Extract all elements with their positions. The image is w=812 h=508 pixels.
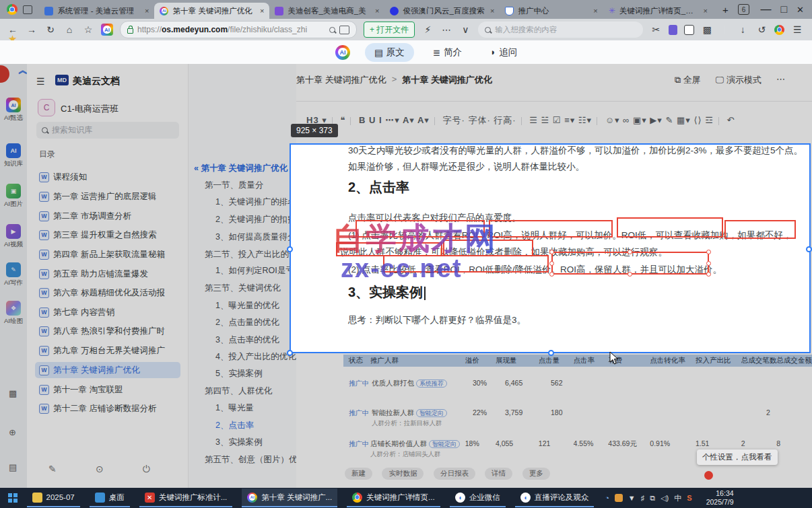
downloads-icon[interactable]: ↓ (737, 24, 749, 35)
annotation-handle[interactable] (706, 261, 711, 266)
search-hint: 输入想搜索的内容 (495, 25, 557, 35)
reload-icon[interactable]: ↻ (44, 24, 57, 35)
ime-indicator[interactable]: 中 (674, 493, 681, 503)
region-handle-bottom[interactable] (548, 350, 554, 356)
annotation-handle[interactable] (628, 250, 632, 254)
scissors-icon[interactable]: ✂ (650, 24, 662, 35)
menu-icon[interactable]: ☰ (791, 24, 803, 35)
tab-favicon (275, 7, 283, 15)
region-handle-right[interactable] (806, 246, 812, 252)
view-tab-summary[interactable]: ≣简介 (424, 43, 471, 62)
browser-logo-icon[interactable] (7, 4, 18, 15)
search-icon (485, 27, 491, 33)
settings-tooltip: 个性设置，点我看看 (697, 449, 778, 465)
tray-volume-icon[interactable]: ◁) (661, 494, 669, 503)
split-view-icon[interactable] (23, 5, 33, 14)
tab-chapter10[interactable]: AI 第十章 关键词推广优化× (154, 3, 269, 19)
tab-close-icon[interactable]: × (145, 7, 149, 15)
bookmark-icon[interactable]: ☆ (82, 24, 94, 35)
search-icon[interactable] (329, 27, 335, 33)
taskbar-item-folder[interactable]: 2025-07 (27, 488, 80, 507)
tab-close-icon[interactable]: × (375, 7, 379, 15)
quick-search-box[interactable]: 输入想搜索的内容 (478, 22, 643, 38)
taskbar-item-keyword-plan[interactable]: ✕关键词推广标准计... (139, 488, 233, 507)
ai-app-icon: AI (247, 493, 257, 503)
tab-close-icon[interactable]: × (490, 7, 494, 15)
forward-icon[interactable]: → (26, 24, 38, 35)
annotation-rect-selected[interactable] (551, 252, 709, 275)
watermark-en: zx-cc.net (341, 254, 463, 283)
browser-menu-logo-icon[interactable] (774, 25, 784, 35)
annotation-rect[interactable] (489, 220, 613, 238)
settings-pin-icon[interactable] (704, 471, 713, 480)
annotation-handle[interactable] (549, 261, 554, 266)
clock-date: 2025/7/9 (699, 498, 734, 507)
taskbar-clock[interactable]: 16:34 2025/7/9 (699, 489, 734, 507)
annotation-handle[interactable] (549, 250, 554, 254)
lock-icon (127, 28, 133, 34)
taskbar-item-desktop[interactable]: 桌面 (90, 488, 130, 507)
puzzle-extensions-icon[interactable]: ▩ (701, 24, 713, 35)
annotation-handle[interactable] (706, 250, 711, 254)
tab-close-icon[interactable]: × (260, 7, 264, 15)
tray-display-icon[interactable]: ⧉ (650, 494, 655, 503)
new-tab-button[interactable]: + (722, 4, 729, 15)
extension-purple-icon[interactable] (669, 25, 677, 35)
taskbar-item-wecom[interactable]: ◖企业微信 (450, 488, 506, 507)
tray-orange-icon[interactable] (615, 494, 623, 502)
start-button[interactable] (8, 493, 18, 503)
taskbar-item-chrome[interactable]: 关键词推广详情页... (347, 488, 440, 507)
taskbar-item-live-comments[interactable]: ◖直播评论及观众 (515, 488, 595, 507)
annotation-handle[interactable] (628, 272, 632, 277)
address-bar[interactable]: https://os.medeyun.com/file/zhishiku/cla… (120, 21, 357, 38)
bolt-icon[interactable]: ⚡ (421, 24, 434, 35)
folder-icon (32, 493, 42, 503)
history-icon[interactable]: ↺ (755, 24, 768, 35)
tab-system-admin[interactable]: 系统管理 - 美迪云管理× (39, 3, 154, 19)
capture-size-badge: 925 × 373 (291, 124, 338, 137)
maximize-button[interactable]: □ (780, 3, 787, 15)
ai-assistant-icon[interactable]: AI (101, 24, 113, 36)
open-file-button[interactable]: + 打开文件 (364, 22, 415, 38)
chevron-down-icon[interactable]: ∨ (459, 24, 471, 35)
view-tab-original[interactable]: ▤原文 (365, 43, 414, 62)
tab-close-icon[interactable]: × (593, 7, 597, 15)
screen: 系统管理 - 美迪云管理× AI 第十章 关键词推广优化× 美迪创客_美迪电商_… (0, 0, 812, 508)
annotation-rect[interactable] (617, 217, 723, 238)
red-app-icon: ✕ (145, 493, 155, 503)
tab-count-box[interactable]: 6 (738, 4, 750, 15)
tray-mic-icon[interactable]: ♯ (641, 494, 645, 502)
annotation-rect[interactable] (724, 220, 796, 239)
tab-baidu-search[interactable]: 俊强澳门风云_百度搜索× (384, 3, 500, 19)
minimize-button[interactable]: — (760, 3, 771, 15)
tray-shield-icon[interactable]: ▼ (628, 494, 636, 502)
tab-meidi-maker[interactable]: 美迪创客_美迪电商_美× (269, 3, 384, 19)
annotation-handle[interactable] (706, 272, 711, 277)
tab-favicon: AI (160, 7, 168, 15)
extension-white-icon[interactable] (684, 25, 694, 35)
tab-close-icon[interactable]: × (704, 7, 708, 15)
region-handle-bottom-left[interactable] (287, 350, 293, 356)
image-mode-icon[interactable] (339, 26, 349, 34)
watermark-cn: 自学成才网 (333, 218, 498, 260)
chrome-icon (352, 493, 362, 503)
region-handle-left[interactable] (287, 246, 293, 252)
taskbar-item-chapter10[interactable]: AI第十章 关键词推广... (242, 488, 337, 507)
doc-heading: 3、实操案例 (348, 283, 426, 301)
sogou-icon[interactable]: S (687, 494, 691, 502)
tray-wecom-icon[interactable]: ◔ (605, 494, 609, 502)
mouse-cursor (609, 351, 620, 365)
doc-paragraph: 30天之内曝光较少或者没有的曝光量的人群，人群溢价不够，可以加溢价，加价比例2-… (348, 145, 803, 157)
home-icon[interactable]: ⌂ (63, 24, 75, 35)
tab-keyword-detail[interactable]: ✳ 关键词推广详情页_万相× (603, 3, 713, 19)
tab-promo-center[interactable]: 推广中心× (500, 3, 603, 19)
annotation-handle[interactable] (549, 272, 554, 277)
book-icon: ▤ (374, 47, 383, 58)
view-tab-ask[interactable]: ◗追问 (481, 43, 527, 62)
url-host: os.medeyun.com (162, 25, 228, 34)
text-cursor (424, 287, 426, 300)
window-close-button[interactable]: ✕ (797, 5, 804, 15)
tab-favicon: ✳ (609, 6, 615, 15)
more-tools-icon[interactable]: ⋯ (440, 24, 452, 35)
doc-ai-logo-icon: AI (335, 45, 350, 60)
